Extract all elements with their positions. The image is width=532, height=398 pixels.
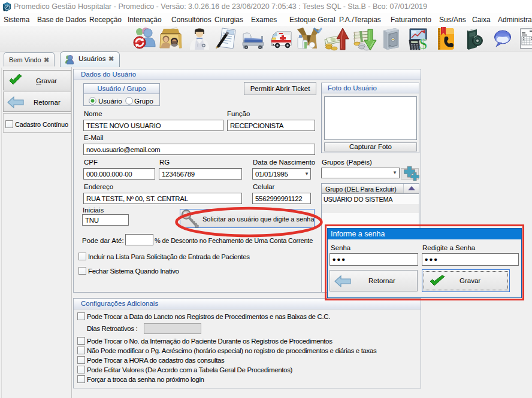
svg-text:$: $ (419, 35, 427, 51)
